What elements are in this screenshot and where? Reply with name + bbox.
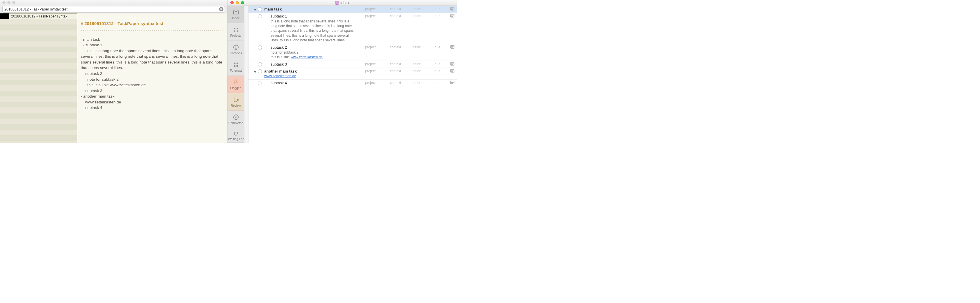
sidebar-item-flagged[interactable]: Flagged bbox=[228, 76, 244, 93]
context-cell[interactable]: context bbox=[385, 69, 406, 73]
task-checkbox[interactable] bbox=[258, 62, 262, 67]
svg-point-5 bbox=[235, 48, 236, 49]
note-thumbnail-icon bbox=[0, 13, 9, 19]
defer-cell[interactable]: defer bbox=[406, 45, 427, 49]
note-list-item[interactable]: 201806101812 - TaskPaper syntax... bbox=[9, 13, 77, 19]
inbox-badge-icon bbox=[335, 1, 339, 5]
disclosure-triangle-icon[interactable] bbox=[254, 70, 257, 73]
due-cell[interactable]: due bbox=[427, 45, 448, 49]
defer-cell[interactable]: defer bbox=[406, 14, 427, 18]
minimize-icon[interactable] bbox=[235, 1, 239, 4]
task-columns: project context defer due bbox=[356, 69, 448, 73]
forecast-icon bbox=[233, 62, 239, 68]
sidebar-item-label: Forecast bbox=[230, 69, 242, 72]
close-icon[interactable] bbox=[231, 1, 234, 4]
note-icon[interactable] bbox=[450, 7, 454, 11]
task-row[interactable]: main task project context defer due bbox=[248, 6, 457, 13]
task-columns: project context defer due bbox=[356, 45, 448, 49]
clear-search-icon[interactable]: ✕ bbox=[219, 7, 223, 11]
close-icon[interactable] bbox=[2, 1, 6, 4]
editor-content[interactable]: ----------------------------------------… bbox=[77, 13, 227, 143]
outline-gutter bbox=[244, 6, 248, 143]
sidebar-item-projects[interactable]: Projects bbox=[228, 23, 244, 41]
task-link[interactable]: www.zettelkasten.de bbox=[264, 74, 356, 78]
sidebar-item-contexts[interactable]: Contexts bbox=[228, 41, 244, 58]
note-icon[interactable] bbox=[450, 14, 454, 17]
editor-window: 201806101812 - TaskPaper syntax test ✕ 2… bbox=[0, 0, 228, 143]
svg-point-0 bbox=[234, 28, 235, 29]
note-icon[interactable] bbox=[450, 45, 454, 49]
defer-cell[interactable]: defer bbox=[406, 81, 427, 85]
task-checkbox[interactable] bbox=[258, 14, 262, 18]
note-icon[interactable] bbox=[450, 62, 454, 65]
due-cell[interactable]: due bbox=[427, 81, 448, 85]
note-list-sidebar[interactable]: 201806101812 - TaskPaper syntax... bbox=[0, 13, 77, 143]
project-cell[interactable]: project bbox=[356, 81, 385, 85]
project-cell[interactable]: project bbox=[356, 62, 385, 66]
task-row[interactable]: subtask 1 this is a long note that spans… bbox=[248, 13, 457, 44]
context-cell[interactable]: context bbox=[385, 62, 406, 66]
sidebar-item-label: Inbox bbox=[232, 17, 240, 20]
due-cell[interactable]: due bbox=[427, 14, 448, 18]
svg-rect-9 bbox=[236, 65, 238, 67]
task-row[interactable]: subtask 4 project context defer due bbox=[248, 79, 457, 86]
sidebar-item-label: Waiting For bbox=[228, 138, 243, 141]
contexts-icon bbox=[233, 44, 239, 51]
task-row[interactable]: subtask 2 note for subtask 2 this is a l… bbox=[248, 44, 457, 61]
task-title: another main task bbox=[264, 69, 356, 73]
defer-cell[interactable]: defer bbox=[406, 62, 427, 66]
defer-cell[interactable]: defer bbox=[406, 7, 427, 11]
context-cell[interactable]: context bbox=[385, 14, 406, 18]
defer-cell[interactable]: defer bbox=[406, 69, 427, 73]
zoom-icon[interactable] bbox=[241, 1, 244, 4]
svg-point-1 bbox=[237, 28, 238, 29]
window-title: Inbox bbox=[228, 1, 457, 5]
svg-point-10 bbox=[233, 115, 238, 120]
separator-line: ----------------------------------------… bbox=[81, 14, 224, 19]
disclosure-triangle-icon[interactable] bbox=[254, 8, 257, 11]
sidebar-item-label: Review bbox=[231, 104, 240, 107]
projects-icon bbox=[233, 27, 239, 33]
project-cell[interactable]: project bbox=[356, 14, 385, 18]
sidebar-item-inbox[interactable]: Inbox bbox=[228, 6, 244, 23]
mug-icon bbox=[233, 130, 239, 136]
project-cell[interactable]: project bbox=[356, 45, 385, 49]
note-icon[interactable] bbox=[450, 81, 454, 84]
document-body: - main task - subtask 1 this is a long n… bbox=[81, 37, 224, 111]
context-cell[interactable]: context bbox=[385, 7, 406, 11]
note-icon[interactable] bbox=[450, 69, 454, 73]
task-title: subtask 1 bbox=[270, 14, 356, 18]
task-checkbox[interactable] bbox=[258, 7, 262, 11]
task-checkbox[interactable] bbox=[258, 46, 262, 49]
note-list-item-label: 201806101812 - TaskPaper syntax... bbox=[11, 14, 70, 18]
due-cell[interactable]: due bbox=[427, 7, 448, 11]
sidebar-item-completed[interactable]: Completed bbox=[228, 111, 244, 128]
note-link[interactable]: www.zettelkasten.de bbox=[291, 55, 323, 59]
project-cell[interactable]: project bbox=[356, 7, 385, 11]
svg-rect-8 bbox=[234, 65, 235, 67]
context-cell[interactable]: context bbox=[385, 81, 406, 85]
context-cell[interactable]: context bbox=[385, 45, 406, 49]
task-checkbox[interactable] bbox=[258, 81, 262, 85]
task-list: main task project context defer due bbox=[248, 6, 457, 143]
zoom-icon[interactable] bbox=[12, 1, 16, 4]
window-title-text: Inbox bbox=[340, 1, 349, 5]
minimize-icon[interactable] bbox=[7, 1, 11, 4]
task-row[interactable]: subtask 3 project context defer due bbox=[248, 61, 457, 68]
due-cell[interactable]: due bbox=[427, 69, 448, 73]
svg-marker-11 bbox=[254, 9, 256, 11]
task-columns: project context defer due bbox=[356, 62, 448, 66]
sidebar-item-forecast[interactable]: Forecast bbox=[228, 58, 244, 76]
inbox-icon bbox=[233, 9, 239, 16]
sidebar-item-review[interactable]: Review bbox=[228, 93, 244, 111]
search-input[interactable]: 201806101812 - TaskPaper syntax test ✕ bbox=[2, 6, 225, 13]
svg-point-3 bbox=[237, 30, 238, 32]
task-checkbox[interactable] bbox=[258, 69, 262, 73]
due-cell[interactable]: due bbox=[427, 62, 448, 66]
omnifocus-window: Inbox Inbox Projects bbox=[228, 0, 457, 143]
sidebar-item-waiting[interactable]: Waiting For bbox=[228, 128, 244, 143]
sidebar-item-label: Projects bbox=[231, 34, 242, 37]
project-cell[interactable]: project bbox=[356, 69, 385, 73]
task-row[interactable]: another main task www.zettelkasten.de pr… bbox=[248, 68, 457, 79]
task-title: subtask 4 bbox=[270, 81, 356, 85]
